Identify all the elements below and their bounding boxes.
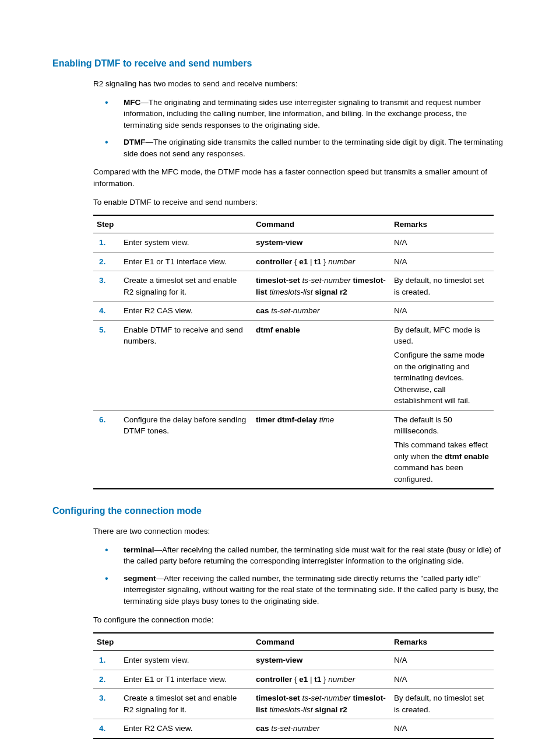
step-text: Enable DTMF to receive and send numbers.	[120, 320, 252, 410]
th-step: Step	[93, 215, 252, 233]
cmd-cell: system-view	[252, 233, 390, 253]
lead-text: To enable DTMF to receive and send numbe…	[93, 197, 504, 208]
cmd-cell: controller { e1 | t1 } number	[252, 252, 390, 271]
connection-steps-table: Step Command Remarks 1. Enter system vie…	[93, 632, 494, 739]
rem-cell: By default, MFC mode is used. Configure …	[390, 320, 494, 410]
bullet-text: —The originating and terminating sides u…	[124, 98, 481, 130]
rem-cell: N/A	[390, 670, 494, 689]
bullet-label: DTMF	[124, 138, 146, 146]
step-text: Enter R2 CAS view.	[120, 302, 252, 321]
table-row: 4. Enter R2 CAS view. cas ts-set-number …	[93, 719, 494, 738]
bullet-text: —After receiving the called number, the …	[124, 545, 501, 566]
lead-text-2: To configure the connection mode:	[93, 614, 504, 626]
rem-cell: N/A	[390, 302, 494, 321]
page: Enabling DTMF to receive and send number…	[0, 0, 556, 756]
table-row: 1. Enter system view. system-view N/A	[93, 651, 494, 670]
step-text: Enter E1 or T1 interface view.	[120, 670, 252, 689]
step-number: 4.	[93, 302, 120, 321]
rem-cell: N/A	[390, 651, 494, 670]
list-item: segment—After receiving the called numbe…	[93, 573, 504, 607]
step-text: Enter R2 CAS view.	[120, 719, 252, 738]
list-item: MFC—The originating and terminating side…	[93, 97, 504, 131]
bullet-label: terminal	[124, 545, 154, 554]
step-number: 4.	[93, 719, 120, 738]
step-text: Enter E1 or T1 interface view.	[120, 252, 252, 271]
step-number: 6.	[93, 410, 120, 489]
th-remarks: Remarks	[390, 633, 494, 651]
step-number: 3.	[93, 271, 120, 302]
cmd-cell: cas ts-set-number	[252, 302, 390, 321]
th-step: Step	[93, 633, 252, 651]
step-text: Enter system view.	[120, 651, 252, 670]
cmd-cell: system-view	[252, 651, 390, 670]
bullet-text: —The originating side transmits the call…	[124, 138, 503, 158]
bullet-label: segment	[124, 574, 156, 583]
table-row: 6. Configure the delay before sending DT…	[93, 410, 494, 489]
bullet-list-1: MFC—The originating and terminating side…	[93, 97, 504, 160]
cmd-cell: controller { e1 | t1 } number	[252, 670, 390, 689]
cmd-cell: timeslot-set ts-set-number timeslot-list…	[252, 271, 390, 302]
step-text: Create a timeslot set and enable R2 sign…	[120, 271, 252, 302]
th-remarks: Remarks	[390, 215, 494, 233]
list-item: terminal—After receiving the called numb…	[93, 544, 504, 567]
step-text: Enter system view.	[120, 233, 252, 253]
rem-cell: By default, no timeslot set is created.	[390, 689, 494, 719]
section-heading-connection: Configuring the connection mode	[52, 506, 504, 516]
rem-cell: By default, no timeslot set is created.	[390, 271, 494, 302]
rem-cell: N/A	[390, 719, 494, 738]
section-heading-dtmf: Enabling DTMF to receive and send number…	[52, 58, 504, 69]
step-number: 1.	[93, 233, 120, 253]
intro-text-2: There are two connection modes:	[93, 526, 504, 537]
cmd-cell: timer dtmf-delay time	[252, 410, 390, 489]
cmd-cell: cas ts-set-number	[252, 719, 390, 738]
rem-cell: The default is 50 milliseconds. This com…	[390, 410, 494, 489]
step-text: Create a timeslot set and enable R2 sign…	[120, 689, 252, 719]
bullet-text: —After receiving the called number, the …	[124, 574, 499, 606]
dtmf-steps-table: Step Command Remarks 1. Enter system vie…	[93, 215, 494, 489]
step-number: 3.	[93, 689, 120, 719]
table-row: 3. Create a timeslot set and enable R2 s…	[93, 271, 494, 302]
rem-cell: N/A	[390, 233, 494, 253]
list-item: DTMF—The originating side transmits the …	[93, 136, 504, 159]
step-text: Configure the delay before sending DTMF …	[120, 410, 252, 489]
bullet-list-2: terminal—After receiving the called numb…	[93, 544, 504, 607]
table-row: 1. Enter system view. system-view N/A	[93, 233, 494, 253]
compare-text: Compared with the MFC mode, the DTMF mod…	[93, 166, 504, 189]
th-command: Command	[252, 215, 390, 233]
cmd-cell: dtmf enable	[252, 320, 390, 410]
step-number: 2.	[93, 252, 120, 271]
bullet-label: MFC	[124, 98, 140, 107]
step-number: 1.	[93, 651, 120, 670]
rem-cell: N/A	[390, 252, 494, 271]
cmd-cell: timeslot-set ts-set-number timeslot-list…	[252, 689, 390, 719]
th-command: Command	[252, 633, 390, 651]
table-row: 2. Enter E1 or T1 interface view. contro…	[93, 670, 494, 689]
table-row: 3. Create a timeslot set and enable R2 s…	[93, 689, 494, 719]
step-number: 2.	[93, 670, 120, 689]
intro-text: R2 signaling has two modes to send and r…	[93, 78, 504, 90]
table-row: 4. Enter R2 CAS view. cas ts-set-number …	[93, 302, 494, 321]
step-number: 5.	[93, 320, 120, 410]
table-row: 5. Enable DTMF to receive and send numbe…	[93, 320, 494, 410]
table-row: 2. Enter E1 or T1 interface view. contro…	[93, 252, 494, 271]
